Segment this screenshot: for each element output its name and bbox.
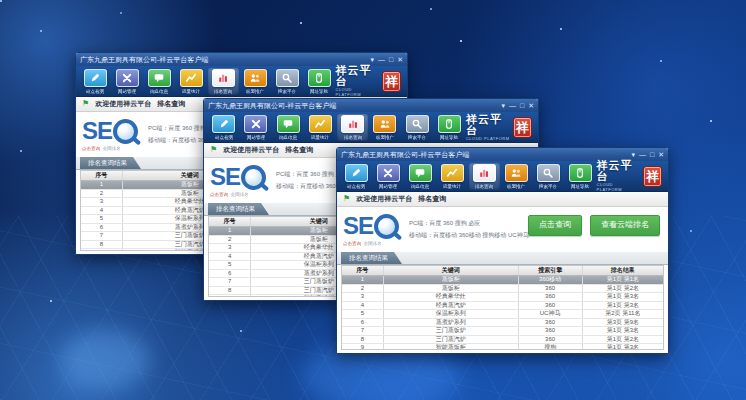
toolbar-item-alliance[interactable]: 联盟推广 (240, 68, 271, 95)
table-cell: 360 (519, 302, 583, 310)
table-header-cell[interactable]: 搜索引擎 (519, 266, 583, 275)
close-icon[interactable]: ✕ (397, 55, 403, 65)
table-header-cell[interactable]: 序号 (81, 171, 123, 180)
welcome-text: 欢迎使用祥云平台 (356, 194, 412, 204)
toolbar-item-inquiry[interactable]: 询盘信息 (144, 68, 175, 95)
chat-bubble-icon (409, 164, 432, 182)
tab-rank-results[interactable]: 排名查询结果 (208, 203, 269, 215)
table-cell: 1 (209, 227, 251, 235)
table-header-cell[interactable]: 关键词 (384, 266, 519, 275)
people-icon (373, 115, 396, 133)
main-toolbar: 站点检测 网站管理 询盘信息 流量统计 (337, 161, 668, 192)
mouse-icon (569, 164, 592, 182)
toolbar-item-search-platform[interactable]: 搜索平台 (401, 114, 432, 141)
minimize-icon[interactable]: — (378, 55, 385, 65)
toolbar-item-url-nav[interactable]: 网址导航 (304, 68, 335, 95)
toolbar-item-alliance[interactable]: 联盟推广 (501, 163, 532, 190)
toolbar-item-search-platform[interactable]: 搜索平台 (272, 68, 303, 95)
maximize-icon[interactable]: □ (389, 55, 393, 65)
rank-results-table: 序号关键词搜索引擎排名结果1蒸饭柜360移动第1页 第1名2蒸饭柜360第1页 … (341, 265, 664, 350)
brand-logo: 祥云平台 CLOUD PLATFORM 祥 (597, 160, 665, 192)
table-cell: 360 (519, 327, 583, 335)
table-cell: 360移动 (519, 276, 583, 284)
chat-bubble-icon (148, 69, 171, 87)
line-chart-icon (180, 69, 203, 87)
table-cell: 三门蒸饭炉 (384, 327, 519, 335)
table-row[interactable]: 8三门蒸汽炉360第1页 第2名 (342, 336, 663, 345)
toolbar-item-traffic[interactable]: 流量统计 (176, 68, 207, 95)
table-cell: 1 (342, 276, 384, 284)
toolbar-item-url-nav[interactable]: 网址导航 (565, 163, 596, 190)
tab-rank-results[interactable]: 排名查询结果 (80, 157, 141, 169)
minimize-icon[interactable]: — (639, 150, 646, 160)
brand-subtitle: CLOUD PLATFORM (336, 87, 379, 97)
table-row[interactable]: 6蒸煮炉系列360第3页 第9名 (342, 319, 663, 328)
table-cell: 第1页 第3名 (583, 293, 663, 301)
tab-rank-results[interactable]: 排名查询结果 (341, 252, 402, 264)
close-icon[interactable]: ✕ (658, 150, 664, 160)
toolbar-item-site-check[interactable]: 站点检测 (208, 114, 239, 141)
toolbar-item-site-manage[interactable]: 网站管理 (112, 68, 143, 95)
table-row[interactable]: 4经典蒸汽炉360第1页 第3名 (342, 302, 663, 311)
table-cell: 蒸饭柜 (384, 285, 519, 293)
toolbar-item-search-platform[interactable]: 搜索平台 (533, 163, 564, 190)
bar-chart-icon (341, 115, 364, 133)
table-header-cell[interactable]: 序号 (342, 266, 384, 275)
table-row[interactable]: 9智能蒸饭柜搜狗第1页 第3名 (342, 344, 663, 350)
table-cell: 3 (342, 293, 384, 301)
table-cell: 经典豪华灶 (384, 293, 519, 301)
table-header-row: 序号关键词搜索引擎排名结果 (342, 266, 663, 276)
maximize-icon[interactable]: □ (650, 150, 654, 160)
brand-name: 祥云平台 (597, 160, 640, 182)
table-cell: 7 (209, 278, 251, 286)
table-row[interactable]: 1蒸饭柜360移动第1页 第1名 (342, 276, 663, 285)
menu-icon[interactable]: ▾ (370, 55, 374, 65)
table-cell: 2 (209, 236, 251, 244)
table-cell: 保温柜系列 (384, 310, 519, 318)
menu-icon[interactable]: ▾ (501, 101, 505, 111)
table-row[interactable]: 2蒸饭柜360第1页 第2名 (342, 285, 663, 294)
magnifier-o-icon (374, 214, 399, 239)
menu-icon[interactable]: ▾ (631, 150, 635, 160)
table-header-cell[interactable]: 序号 (209, 217, 251, 226)
magnifier-icon (406, 115, 429, 133)
toolbar-item-site-manage[interactable]: 网站管理 (373, 163, 404, 190)
title-bar[interactable]: 广东九鼎王厨具有限公司-祥云平台客户端 ▾ — □ ✕ (204, 99, 538, 112)
table-row[interactable]: 3经典豪华灶360第1页 第3名 (342, 293, 663, 302)
toolbar-item-alliance[interactable]: 联盟推广 (369, 114, 400, 141)
table-cell: 4 (81, 207, 123, 215)
toolbar-item-inquiry[interactable]: 询盘信息 (405, 163, 436, 190)
query-button[interactable]: 点击查询 (528, 215, 582, 236)
table-cell: 7 (342, 327, 384, 335)
flag-icon: ⚑ (210, 143, 217, 157)
table-cell: UC神马 (519, 310, 583, 318)
toolbar-item-traffic[interactable]: 流量统计 (437, 163, 468, 190)
toolbar-item-url-nav[interactable]: 网址导航 (434, 114, 465, 141)
maximize-icon[interactable]: □ (520, 101, 524, 111)
toolbar-item-rank-query[interactable]: 排名查询 (337, 114, 368, 141)
line-chart-icon (441, 164, 464, 182)
table-cell: 蒸煮炉系列 (384, 319, 519, 327)
table-row[interactable]: 7三门蒸饭炉360第1页 第3名 (342, 327, 663, 336)
glow-decoration (60, 330, 150, 390)
brand-subtitle: CLOUD PLATFORM (466, 136, 510, 141)
toolbar-item-inquiry[interactable]: 询盘信息 (272, 114, 303, 141)
close-icon[interactable]: ✕ (528, 101, 534, 111)
minimize-icon[interactable]: — (509, 101, 516, 111)
toolbar-item-site-check[interactable]: 站点检测 (80, 68, 111, 95)
table-row[interactable]: 5保温柜系列UC神马第2页 第11名 (342, 310, 663, 319)
view-cloud-rank-button[interactable]: 查看云端排名 (590, 215, 660, 236)
toolbar-item-traffic[interactable]: 流量统计 (305, 114, 336, 141)
seo-tagline: 点击查询全网排名 (82, 146, 132, 151)
line-chart-icon (309, 115, 332, 133)
table-cell: 第1页 第2名 (583, 336, 663, 344)
toolbar-item-rank-query[interactable]: 排名查询 (208, 68, 239, 95)
brand-logo: 祥云平台 CLOUD PLATFORM 祥 (466, 114, 534, 141)
table-header-cell[interactable]: 排名结果 (583, 266, 663, 275)
table-cell: 9 (81, 249, 123, 251)
brand-logo: 祥云平台 CLOUD PLATFORM 祥 (336, 65, 404, 97)
toolbar-item-site-manage[interactable]: 网站管理 (240, 114, 271, 141)
table-cell: 6 (342, 319, 384, 327)
toolbar-item-site-check[interactable]: 站点检测 (341, 163, 372, 190)
toolbar-item-rank-query[interactable]: 排名查询 (469, 163, 500, 190)
